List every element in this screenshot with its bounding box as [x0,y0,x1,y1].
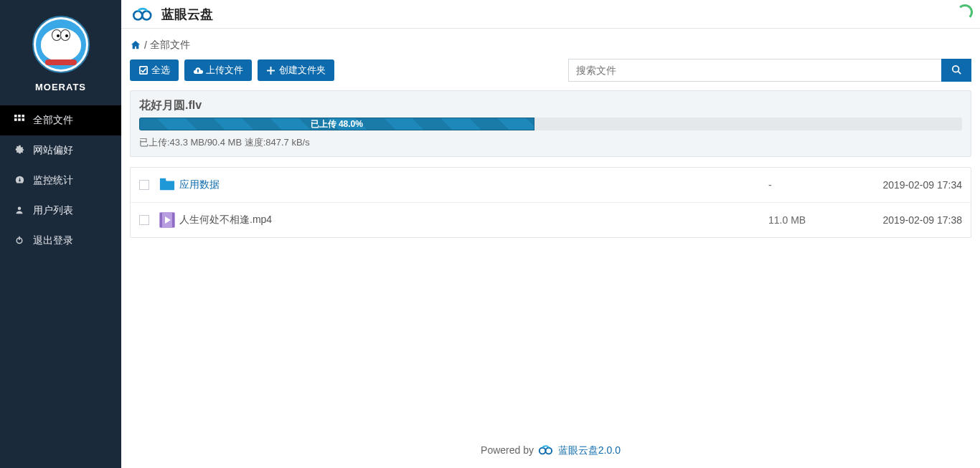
sidebar-item-label: 监控统计 [33,174,73,187]
avatar[interactable] [32,16,90,73]
file-name: 人生何处不相逢.mp4 [179,214,768,226]
file-name: 应用数据 [179,178,768,191]
avatar-image [36,19,86,70]
search-icon [951,65,961,77]
file-size: - [768,179,854,191]
sidebar-item-all-files[interactable]: 全部文件 [0,105,121,135]
svg-rect-11 [139,66,146,73]
progress-bar: 已上传 48.0% [139,118,962,130]
svg-point-9 [133,11,142,19]
svg-point-10 [142,11,151,19]
sidebar-item-label: 网站偏好 [33,144,73,157]
svg-point-6 [18,206,22,210]
svg-rect-2 [22,115,25,118]
file-size: 11.0 MB [768,214,854,226]
svg-rect-1 [18,115,21,118]
loading-spinner-icon [957,4,973,20]
gauge-icon [13,175,26,186]
breadcrumb-sep: / [144,39,147,51]
sidebar-item-label: 全部文件 [33,114,73,127]
svg-point-14 [953,65,959,72]
svg-rect-3 [14,118,17,121]
cloud-upload-icon [193,66,202,75]
sidebar-item-users[interactable]: 用户列表 [0,196,121,226]
footer-prefix: Powered by [481,444,537,456]
svg-rect-4 [18,118,21,121]
gear-icon [13,145,26,156]
folder-icon [159,177,175,193]
svg-rect-19 [172,213,174,227]
file-list: 应用数据 - 2019-02-09 17:34 人生何处不相逢.mp4 11.0… [130,167,971,238]
select-all-button[interactable]: 全选 [130,59,179,81]
progress-fill: 已上传 48.0% [139,118,534,130]
new-folder-button[interactable]: 创建文件夹 [258,59,334,81]
svg-rect-0 [14,115,17,118]
action-toolbar: 全选 上传文件 创建文件夹 [130,59,971,82]
main: 蓝眼云盘 / 全部文件 全选 上传文件 [121,0,980,468]
file-date: 2019-02-09 17:38 [854,214,962,226]
check-square-icon [138,66,148,75]
breadcrumb: / 全部文件 [130,36,971,59]
plus-icon [266,66,275,75]
power-icon [13,236,26,247]
footer-link[interactable]: 蓝眼云盘2.0.0 [558,444,621,456]
content: / 全部文件 全选 上传文件 创建文件夹 [121,29,980,434]
row-checkbox[interactable] [139,215,149,225]
svg-line-15 [958,71,961,74]
sidebar-nav: 全部文件 网站偏好 监控统计 用户列表 退出登录 [0,105,121,256]
brand-logo-icon [130,6,156,22]
sidebar-item-label: 退出登录 [33,234,73,247]
svg-point-21 [540,448,546,454]
video-file-icon [159,212,175,228]
upload-button[interactable]: 上传文件 [184,59,252,81]
search-bar [568,59,971,82]
svg-rect-5 [22,118,25,121]
sidebar-item-logout[interactable]: 退出登录 [0,226,121,256]
progress-label: 已上传 48.0% [311,118,363,130]
footer-logo-icon [537,446,558,458]
upload-status-text: 已上传:43.3 MB/90.4 MB 速度:847.7 kB/s [139,136,962,149]
breadcrumb-root[interactable]: 全部文件 [150,39,190,52]
search-button[interactable] [941,59,971,82]
sidebar-item-monitor[interactable]: 监控统计 [0,166,121,196]
user-icon [13,206,26,216]
sidebar: MOERATS 全部文件 网站偏好 监控统计 用户列表 [0,0,121,468]
row-checkbox[interactable] [139,180,149,190]
file-row[interactable]: 应用数据 - 2019-02-09 17:34 [131,168,971,203]
username-label: MOERATS [0,82,121,92]
upload-filename: 花好月圆.flv [139,98,962,113]
svg-rect-13 [267,70,275,71]
footer: Powered by 蓝眼云盘2.0.0 [121,434,980,468]
svg-rect-16 [160,178,166,181]
home-icon[interactable] [130,40,141,50]
sidebar-item-label: 用户列表 [33,204,73,217]
topbar: 蓝眼云盘 [121,0,980,29]
sidebar-item-preferences[interactable]: 网站偏好 [0,135,121,166]
brand-title: 蓝眼云盘 [161,6,213,23]
svg-point-22 [545,448,552,454]
file-date: 2019-02-09 17:34 [854,179,962,191]
profile-block: MOERATS [0,0,121,101]
grid-icon [13,115,26,127]
search-input[interactable] [568,59,941,82]
upload-progress-panel: 花好月圆.flv 已上传 48.0% 已上传:43.3 MB/90.4 MB 速… [130,90,971,157]
svg-rect-18 [160,213,162,227]
file-row[interactable]: 人生何处不相逢.mp4 11.0 MB 2019-02-09 17:38 [131,203,971,237]
